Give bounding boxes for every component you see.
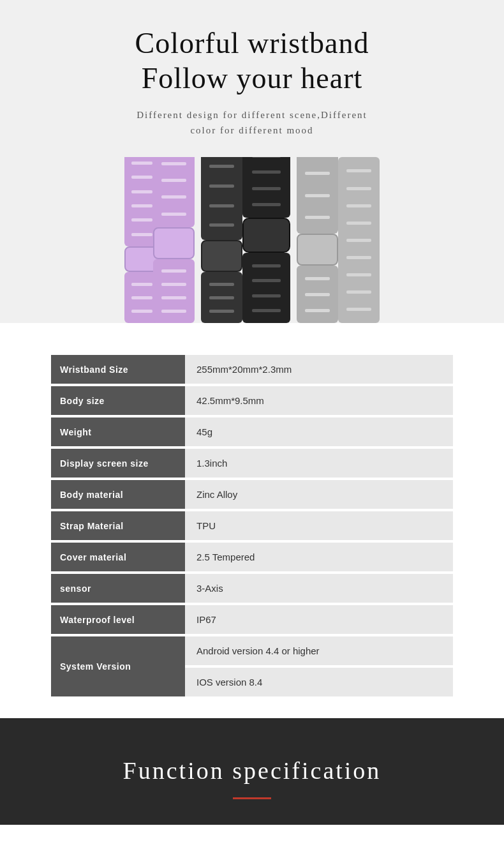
band-black-tall bbox=[242, 157, 290, 323]
spec-value-body-material: Zinc Alloy bbox=[185, 480, 453, 509]
spec-label-strap-material: Strap Material bbox=[51, 511, 185, 540]
band-gray-small bbox=[297, 157, 338, 323]
spec-label-system-version: System Version bbox=[51, 636, 185, 696]
spec-row-cover-material: Cover material 2.5 Tempered bbox=[51, 543, 453, 571]
spec-value-wristband-size: 255mm*20mm*2.3mm bbox=[185, 355, 453, 384]
band-gray-tall bbox=[338, 157, 380, 323]
hero-subtitle: Different design for different scene,Dif… bbox=[13, 107, 491, 138]
spec-label-display-size: Display screen size bbox=[51, 449, 185, 478]
spec-label-cover-material: Cover material bbox=[51, 543, 185, 571]
spec-label-sensor: sensor bbox=[51, 574, 185, 603]
spec-value-cover-material: 2.5 Tempered bbox=[185, 543, 453, 571]
spec-value-android: Android version 4.4 or higher bbox=[185, 636, 453, 665]
function-section: Function specification bbox=[0, 718, 504, 825]
spec-label-weight: Weight bbox=[51, 417, 185, 446]
spec-row-display-size: Display screen size 1.3inch bbox=[51, 449, 453, 478]
spec-row-strap-material: Strap Material TPU bbox=[51, 511, 453, 540]
spec-row-waterproof: Waterproof level IP67 bbox=[51, 605, 453, 634]
spec-value-sensor: 3-Axis bbox=[185, 574, 453, 603]
hero-section: Colorful wristband Follow your heart Dif… bbox=[0, 0, 504, 323]
spec-values-system: Android version 4.4 or higher IOS versio… bbox=[185, 636, 453, 696]
spec-value-weight: 45g bbox=[185, 417, 453, 446]
spec-row-wristband-size: Wristband Size 255mm*20mm*2.3mm bbox=[51, 355, 453, 384]
spec-value-ios: IOS version 8.4 bbox=[185, 668, 453, 696]
hero-title: Colorful wristband Follow your heart bbox=[13, 26, 491, 96]
spec-value-strap-material: TPU bbox=[185, 511, 453, 540]
spec-label-body-size: Body size bbox=[51, 386, 185, 415]
spec-label-body-material: Body material bbox=[51, 480, 185, 509]
function-underline bbox=[233, 797, 271, 799]
spec-label-waterproof: Waterproof level bbox=[51, 605, 185, 634]
band-purple-tall bbox=[153, 157, 195, 323]
function-title: Function specification bbox=[13, 756, 491, 785]
spec-row-system-version: System Version Android version 4.4 or hi… bbox=[51, 636, 453, 696]
spec-value-display-size: 1.3inch bbox=[185, 449, 453, 478]
specs-section: Wristband Size 255mm*20mm*2.3mm Body siz… bbox=[0, 323, 504, 718]
spec-value-waterproof: IP67 bbox=[185, 605, 453, 634]
spec-label-wristband-size: Wristband Size bbox=[51, 355, 185, 384]
spec-row-body-size: Body size 42.5mm*9.5mm bbox=[51, 386, 453, 415]
spec-row-body-material: Body material Zinc Alloy bbox=[51, 480, 453, 509]
band-black-small bbox=[201, 157, 242, 323]
wristbands-image bbox=[13, 157, 491, 323]
spec-row-sensor: sensor 3-Axis bbox=[51, 574, 453, 603]
spec-row-weight: Weight 45g bbox=[51, 417, 453, 446]
spec-value-body-size: 42.5mm*9.5mm bbox=[185, 386, 453, 415]
